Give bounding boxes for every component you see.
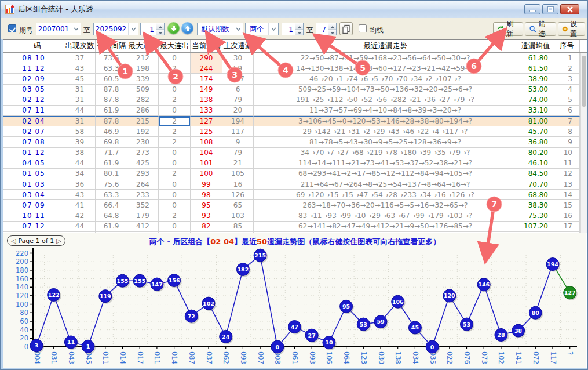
table-cell[interactable]: 38.30 xyxy=(517,200,554,211)
table-cell[interactable]: 3 xyxy=(554,74,580,84)
chevron-down-icon[interactable] xyxy=(128,23,138,35)
table-cell[interactable]: 02 09 xyxy=(3,74,64,84)
table-cell[interactable]: 10 xyxy=(554,148,580,158)
table-cell[interactable]: 73.6 xyxy=(96,53,127,63)
table-cell[interactable]: 194 xyxy=(222,116,254,126)
table-cell[interactable]: 85 xyxy=(222,222,254,232)
table-cell[interactable]: 61.50 xyxy=(517,63,554,74)
table-cell[interactable]: 352 xyxy=(127,200,159,211)
table-cell[interactable]: 69.8 xyxy=(96,137,127,147)
table-cell[interactable]: 42 xyxy=(64,211,96,222)
table-cell[interactable]: 87.8 xyxy=(96,95,127,106)
table-cell[interactable]: 44 xyxy=(64,222,96,232)
table-cell[interactable]: 198 xyxy=(127,63,159,74)
table-cell[interactable]: 2 xyxy=(159,137,191,147)
table-row[interactable]: 08 103773.621202903022→50→87→31→59→168→2… xyxy=(3,53,587,63)
range-from-spinner[interactable]: 1 xyxy=(282,23,304,35)
table-cell[interactable]: 192 xyxy=(127,126,159,137)
table-cell[interactable]: 71.7 xyxy=(96,148,127,158)
column-header[interactable]: 上次遗漏 xyxy=(222,40,254,52)
table-cell[interactable]: 36.80 xyxy=(517,137,554,147)
table-cell[interactable]: 68→293→41→2→17→85→12→112→84→94→105→? xyxy=(254,169,517,179)
table-cell[interactable]: 38.90 xyxy=(517,74,554,84)
table-cell[interactable]: 103 xyxy=(222,211,254,222)
table-cell[interactable]: 14→130→138→14→18→60→127→23→21→42→59→? xyxy=(254,63,517,74)
table-cell[interactable]: 12 xyxy=(554,169,580,179)
table-cell[interactable]: 46.10 xyxy=(517,158,554,169)
table-cell[interactable]: 39 xyxy=(64,137,96,147)
table-cell[interactable]: 104 xyxy=(191,148,222,158)
table-cell[interactable]: 149 xyxy=(191,85,222,95)
table-cell[interactable]: 41 xyxy=(64,200,96,211)
table-row[interactable]: 03 044363.323309812669→120→15→15→47→54→2… xyxy=(3,190,587,200)
table-cell[interactable]: 01 03 xyxy=(3,179,64,190)
table-cell[interactable]: 44 xyxy=(64,106,96,116)
table-cell[interactable]: 02 12 xyxy=(3,95,64,106)
table-cell[interactable]: 264 xyxy=(127,179,159,190)
table-cell[interactable]: 61.80 xyxy=(517,53,554,63)
vertical-scrollbar[interactable] xyxy=(580,53,587,233)
table-cell[interactable]: 79 xyxy=(222,95,254,106)
table-cell[interactable]: 3→106→45→0→120→53→146→28→38→80→194→? xyxy=(254,116,517,126)
chevron-down-icon[interactable] xyxy=(233,23,243,35)
table-row[interactable]: 02 094560.5339017410746→20→1→74→6→5→70→7… xyxy=(3,74,587,84)
table-cell[interactable]: 75.6 xyxy=(96,179,127,190)
table-cell[interactable]: 83→11→93→99→10→29→63→67→99→179→103→? xyxy=(254,211,517,222)
table-cell[interactable]: 61.9 xyxy=(96,106,127,116)
table-cell[interactable]: 01 05 xyxy=(3,169,64,179)
table-cell[interactable]: 02 04 xyxy=(3,116,64,126)
table-cell[interactable]: 107.20 xyxy=(517,222,554,232)
table-cell[interactable]: 68.80 xyxy=(517,190,554,200)
table-cell[interactable]: 138 xyxy=(191,95,222,106)
table-cell[interactable]: 43 xyxy=(64,190,96,200)
table-cell[interactable]: 01 12 xyxy=(3,148,64,158)
table-cell[interactable]: 61.9 xyxy=(96,222,127,232)
minimize-button[interactable] xyxy=(524,4,540,14)
table-cell[interactable]: 69→120→15→15→47→54→28→233→34→16→126→? xyxy=(254,190,517,200)
table-cell[interactable]: 0 xyxy=(159,148,191,158)
table-cell[interactable]: 2 xyxy=(159,63,191,74)
table-cell[interactable]: 2 xyxy=(159,169,191,179)
table-cell[interactable]: 02 07 xyxy=(3,126,64,137)
close-button[interactable] xyxy=(560,4,579,14)
table-cell[interactable]: 80.20 xyxy=(517,148,554,158)
table-cell[interactable]: 14 xyxy=(554,190,580,200)
table-cell[interactable]: 45.70 xyxy=(517,126,554,137)
table-cell[interactable]: 215 xyxy=(127,116,159,126)
table-cell[interactable]: 20 xyxy=(222,106,254,116)
table-cell[interactable]: 60.5 xyxy=(96,74,127,84)
table-row[interactable]: 07 083969.82302108981→78→5→43→30→9→5→25→… xyxy=(3,137,587,147)
table-cell[interactable]: 22→50→87→31→59→168→23→56→64→50→30→? xyxy=(254,53,517,63)
scrollbar-thumb[interactable] xyxy=(582,56,586,107)
table-cell[interactable]: 16 xyxy=(222,179,254,190)
table-cell[interactable]: 233 xyxy=(127,190,159,200)
table-cell[interactable]: 425 xyxy=(127,158,159,169)
maximize-button[interactable] xyxy=(542,4,558,14)
table-cell[interactable]: 6 xyxy=(222,85,254,95)
table-row[interactable]: 11 124363.319822445914→130→138→14→18→60→… xyxy=(3,63,587,74)
refresh-button[interactable]: 刷新 xyxy=(493,22,523,36)
table-cell[interactable]: 03 05 xyxy=(3,85,64,95)
table-cell[interactable]: 98 xyxy=(191,190,222,200)
table-row[interactable]: 07 094166.435209565263→18→70→36→20→116→5… xyxy=(3,200,587,211)
table-cell[interactable]: 108 xyxy=(191,137,222,147)
table-cell[interactable]: 82 xyxy=(191,222,222,232)
table-cell[interactable]: 263→18→70→36→20→116→5→5→16→32→65→? xyxy=(254,200,517,211)
table-cell[interactable]: 87.8 xyxy=(96,85,127,95)
table-cell[interactable]: 273 xyxy=(127,148,159,158)
column-header[interactable]: 出现次数 xyxy=(64,40,96,52)
table-cell[interactable]: 509 xyxy=(127,85,159,95)
mean-line-checkbox[interactable] xyxy=(359,24,367,32)
table-cell[interactable]: 0 xyxy=(159,158,191,169)
table-cell[interactable]: 53.00 xyxy=(517,85,554,95)
table-cell[interactable]: 11→37→57→69→4→10→84→8→39→3→20→? xyxy=(254,106,517,116)
column-header[interactable]: 最大连出 xyxy=(159,40,191,52)
table-cell[interactable]: 08 10 xyxy=(3,53,64,63)
table-cell[interactable]: 44 xyxy=(64,158,96,169)
table-cell[interactable]: 509→25→59→104→73→50→136→32→20→25→6→? xyxy=(254,85,517,95)
table-cell[interactable]: 95 xyxy=(191,200,222,211)
settings-button[interactable]: 设置 xyxy=(558,22,585,36)
table-cell[interactable]: 282 xyxy=(127,95,159,106)
table-cell[interactable]: 179 xyxy=(127,211,159,222)
chart-panel[interactable]: 0204060801001201401601802002200040310430… xyxy=(3,233,587,368)
